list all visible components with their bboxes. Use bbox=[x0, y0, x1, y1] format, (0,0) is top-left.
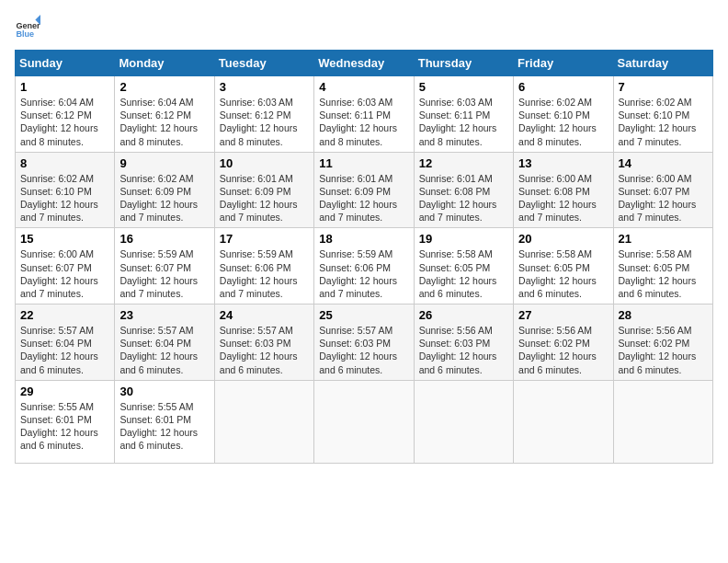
day-number: 5 bbox=[419, 80, 508, 94]
day-number: 15 bbox=[20, 232, 109, 246]
day-info: Sunrise: 6:00 AM Sunset: 6:08 PM Dayligh… bbox=[518, 172, 608, 224]
day-number: 10 bbox=[220, 156, 309, 170]
page-header: General Blue bbox=[15, 15, 713, 40]
calendar-header-row: SundayMondayTuesdayWednesdayThursdayFrid… bbox=[16, 51, 713, 76]
day-info: Sunrise: 5:58 AM Sunset: 6:05 PM Dayligh… bbox=[619, 247, 708, 300]
day-info: Sunrise: 6:03 AM Sunset: 6:11 PM Dayligh… bbox=[419, 96, 508, 148]
day-info: Sunrise: 5:57 AM Sunset: 6:03 PM Dayligh… bbox=[220, 324, 309, 376]
calendar-cell: 8 Sunrise: 6:02 AM Sunset: 6:10 PM Dayli… bbox=[16, 152, 115, 228]
calendar-cell: 12 Sunrise: 6:01 AM Sunset: 6:08 PM Dayl… bbox=[414, 152, 513, 228]
day-number: 1 bbox=[20, 80, 109, 94]
calendar-week-row: 22 Sunrise: 5:57 AM Sunset: 6:04 PM Dayl… bbox=[16, 304, 713, 381]
col-header-tuesday: Tuesday bbox=[214, 51, 313, 76]
day-info: Sunrise: 6:02 AM Sunset: 6:10 PM Dayligh… bbox=[518, 96, 608, 148]
day-info: Sunrise: 5:57 AM Sunset: 6:03 PM Dayligh… bbox=[319, 324, 408, 376]
calendar-cell bbox=[214, 380, 313, 463]
day-number: 4 bbox=[319, 80, 408, 94]
calendar-week-row: 15 Sunrise: 6:00 AM Sunset: 6:07 PM Dayl… bbox=[16, 228, 713, 304]
calendar-cell: 26 Sunrise: 5:56 AM Sunset: 6:03 PM Dayl… bbox=[414, 304, 513, 381]
day-info: Sunrise: 5:55 AM Sunset: 6:01 PM Dayligh… bbox=[119, 400, 209, 453]
day-info: Sunrise: 6:04 AM Sunset: 6:12 PM Dayligh… bbox=[20, 96, 109, 148]
calendar-cell: 15 Sunrise: 6:00 AM Sunset: 6:07 PM Dayl… bbox=[16, 228, 115, 304]
calendar-cell bbox=[613, 380, 712, 463]
calendar-cell: 22 Sunrise: 5:57 AM Sunset: 6:04 PM Dayl… bbox=[16, 304, 115, 381]
day-info: Sunrise: 5:56 AM Sunset: 6:02 PM Dayligh… bbox=[518, 324, 608, 376]
day-info: Sunrise: 6:04 AM Sunset: 6:12 PM Dayligh… bbox=[119, 96, 209, 148]
calendar-cell: 9 Sunrise: 6:02 AM Sunset: 6:09 PM Dayli… bbox=[115, 152, 214, 228]
day-number: 3 bbox=[220, 80, 309, 94]
calendar-cell: 6 Sunrise: 6:02 AM Sunset: 6:10 PM Dayli… bbox=[514, 76, 613, 153]
col-header-wednesday: Wednesday bbox=[314, 51, 414, 76]
calendar-cell: 28 Sunrise: 5:56 AM Sunset: 6:02 PM Dayl… bbox=[613, 304, 712, 381]
day-number: 21 bbox=[619, 232, 708, 246]
day-number: 17 bbox=[220, 232, 309, 246]
day-number: 14 bbox=[619, 156, 708, 170]
calendar-cell: 20 Sunrise: 5:58 AM Sunset: 6:05 PM Dayl… bbox=[514, 228, 613, 304]
calendar-cell: 25 Sunrise: 5:57 AM Sunset: 6:03 PM Dayl… bbox=[314, 304, 414, 381]
calendar-cell bbox=[314, 380, 414, 463]
day-number: 26 bbox=[419, 308, 508, 322]
calendar-cell: 19 Sunrise: 5:58 AM Sunset: 6:05 PM Dayl… bbox=[414, 228, 513, 304]
day-info: Sunrise: 6:03 AM Sunset: 6:12 PM Dayligh… bbox=[220, 96, 309, 148]
day-number: 29 bbox=[20, 385, 109, 398]
day-number: 25 bbox=[319, 308, 408, 322]
day-number: 28 bbox=[619, 308, 708, 322]
col-header-sunday: Sunday bbox=[16, 51, 115, 76]
calendar-cell bbox=[414, 380, 513, 463]
day-number: 23 bbox=[119, 308, 209, 322]
day-info: Sunrise: 5:58 AM Sunset: 6:05 PM Dayligh… bbox=[518, 247, 608, 300]
day-info: Sunrise: 6:01 AM Sunset: 6:08 PM Dayligh… bbox=[419, 172, 508, 224]
logo-icon: General Blue bbox=[15, 15, 40, 40]
day-info: Sunrise: 6:03 AM Sunset: 6:11 PM Dayligh… bbox=[319, 96, 408, 148]
col-header-friday: Friday bbox=[514, 51, 613, 76]
calendar-cell bbox=[514, 380, 613, 463]
day-info: Sunrise: 6:00 AM Sunset: 6:07 PM Dayligh… bbox=[20, 247, 109, 300]
calendar-cell: 2 Sunrise: 6:04 AM Sunset: 6:12 PM Dayli… bbox=[115, 76, 214, 153]
calendar-cell: 14 Sunrise: 6:00 AM Sunset: 6:07 PM Dayl… bbox=[613, 152, 712, 228]
day-info: Sunrise: 6:02 AM Sunset: 6:10 PM Dayligh… bbox=[619, 96, 708, 148]
calendar-cell: 7 Sunrise: 6:02 AM Sunset: 6:10 PM Dayli… bbox=[613, 76, 712, 153]
calendar-cell: 10 Sunrise: 6:01 AM Sunset: 6:09 PM Dayl… bbox=[214, 152, 313, 228]
day-info: Sunrise: 5:55 AM Sunset: 6:01 PM Dayligh… bbox=[20, 400, 109, 453]
col-header-thursday: Thursday bbox=[414, 51, 513, 76]
day-number: 24 bbox=[220, 308, 309, 322]
calendar-cell: 4 Sunrise: 6:03 AM Sunset: 6:11 PM Dayli… bbox=[314, 76, 414, 153]
day-info: Sunrise: 6:01 AM Sunset: 6:09 PM Dayligh… bbox=[220, 172, 309, 224]
day-number: 9 bbox=[119, 156, 209, 170]
day-number: 13 bbox=[518, 156, 608, 170]
day-number: 19 bbox=[419, 232, 508, 246]
col-header-monday: Monday bbox=[115, 51, 214, 76]
calendar-week-row: 8 Sunrise: 6:02 AM Sunset: 6:10 PM Dayli… bbox=[16, 152, 713, 228]
day-info: Sunrise: 5:59 AM Sunset: 6:07 PM Dayligh… bbox=[119, 247, 209, 300]
day-number: 20 bbox=[518, 232, 608, 246]
day-number: 6 bbox=[518, 80, 608, 94]
day-info: Sunrise: 5:56 AM Sunset: 6:02 PM Dayligh… bbox=[619, 324, 708, 376]
svg-text:Blue: Blue bbox=[16, 29, 34, 39]
calendar-cell: 17 Sunrise: 5:59 AM Sunset: 6:06 PM Dayl… bbox=[214, 228, 313, 304]
day-number: 16 bbox=[119, 232, 209, 246]
day-number: 12 bbox=[419, 156, 508, 170]
day-number: 8 bbox=[20, 156, 109, 170]
day-info: Sunrise: 6:02 AM Sunset: 6:09 PM Dayligh… bbox=[119, 172, 209, 224]
calendar-cell: 21 Sunrise: 5:58 AM Sunset: 6:05 PM Dayl… bbox=[613, 228, 712, 304]
day-number: 30 bbox=[119, 385, 209, 398]
calendar-week-row: 29 Sunrise: 5:55 AM Sunset: 6:01 PM Dayl… bbox=[16, 380, 713, 463]
calendar-week-row: 1 Sunrise: 6:04 AM Sunset: 6:12 PM Dayli… bbox=[16, 76, 713, 153]
day-number: 7 bbox=[619, 80, 708, 94]
logo: General Blue bbox=[15, 15, 40, 40]
calendar-cell: 3 Sunrise: 6:03 AM Sunset: 6:12 PM Dayli… bbox=[214, 76, 313, 153]
day-info: Sunrise: 5:57 AM Sunset: 6:04 PM Dayligh… bbox=[119, 324, 209, 376]
calendar-cell: 29 Sunrise: 5:55 AM Sunset: 6:01 PM Dayl… bbox=[16, 380, 115, 463]
calendar-cell: 27 Sunrise: 5:56 AM Sunset: 6:02 PM Dayl… bbox=[514, 304, 613, 381]
day-info: Sunrise: 5:59 AM Sunset: 6:06 PM Dayligh… bbox=[319, 247, 408, 300]
day-info: Sunrise: 5:58 AM Sunset: 6:05 PM Dayligh… bbox=[419, 247, 508, 300]
day-number: 2 bbox=[119, 80, 209, 94]
day-info: Sunrise: 5:59 AM Sunset: 6:06 PM Dayligh… bbox=[220, 247, 309, 300]
calendar-cell: 11 Sunrise: 6:01 AM Sunset: 6:09 PM Dayl… bbox=[314, 152, 414, 228]
day-info: Sunrise: 6:02 AM Sunset: 6:10 PM Dayligh… bbox=[20, 172, 109, 224]
col-header-saturday: Saturday bbox=[613, 51, 712, 76]
calendar-cell: 30 Sunrise: 5:55 AM Sunset: 6:01 PM Dayl… bbox=[115, 380, 214, 463]
calendar-table: SundayMondayTuesdayWednesdayThursdayFrid… bbox=[15, 50, 713, 464]
day-info: Sunrise: 5:56 AM Sunset: 6:03 PM Dayligh… bbox=[419, 324, 508, 376]
day-number: 22 bbox=[20, 308, 109, 322]
